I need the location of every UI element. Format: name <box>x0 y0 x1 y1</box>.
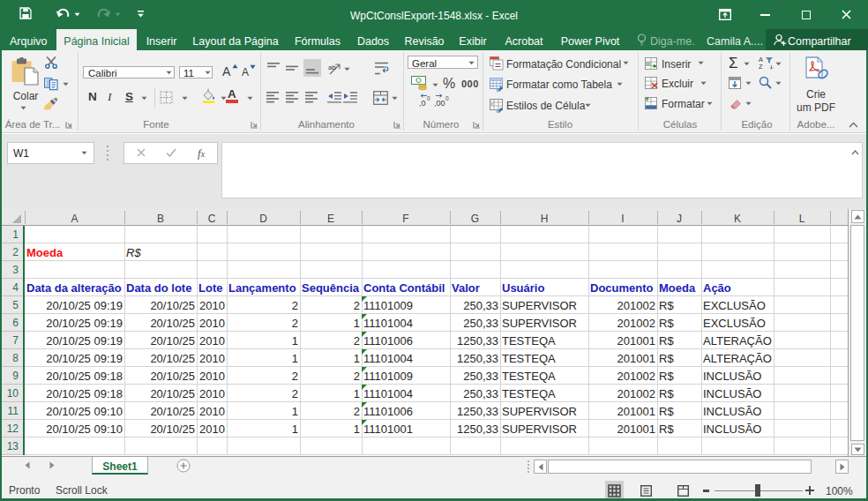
svg-text:ab: ab <box>328 64 336 71</box>
svg-text:,0: ,0 <box>419 99 426 108</box>
svg-text:0: 0 <box>445 95 449 101</box>
svg-text:0: 0 <box>427 95 430 101</box>
svg-text:Z: Z <box>759 63 763 71</box>
svg-text:,00: ,00 <box>434 99 445 108</box>
